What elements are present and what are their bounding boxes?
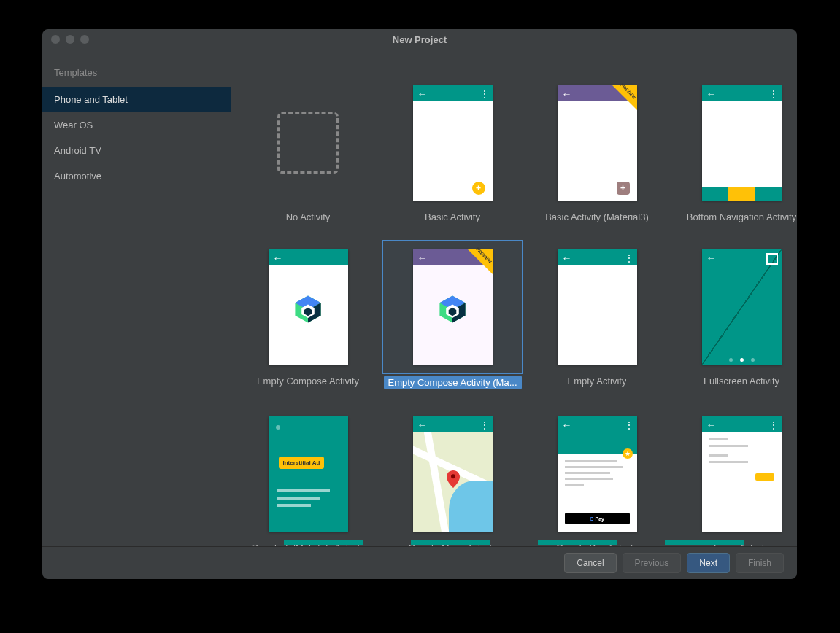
overflow-menu-icon: ⋮ [479, 419, 488, 431]
template-basic-activity-m3[interactable]: ← ⋮ PREVIEW + Basic Activity (Material3) [526, 76, 668, 222]
fab-add-icon: + [472, 182, 485, 195]
titlebar: New Project [42, 29, 797, 50]
template-admob[interactable]: Interstitial Ad Google AdMob Ads Activit… [237, 407, 379, 546]
new-project-dialog: New Project Templates Phone and Tablet W… [42, 29, 797, 579]
previous-button: Previous [623, 553, 682, 573]
template-empty-compose-m3[interactable]: ← PREVIEW Empty Compose Activity (Ma... [382, 240, 523, 389]
back-arrow-icon: ← [706, 252, 717, 264]
back-arrow-icon: ← [706, 88, 717, 100]
back-arrow-icon: ← [562, 88, 572, 100]
sidebar: Templates Phone and Tablet Wear OS Andro… [42, 50, 231, 546]
template-label: Bottom Navigation Activity [687, 211, 796, 222]
dialog-footer: Cancel Previous Next Finish [42, 546, 797, 579]
template-label: Empty Compose Activity (Ma... [384, 376, 522, 389]
template-label: Basic Activity (Material3) [545, 211, 649, 222]
map-pin-icon [447, 470, 460, 488]
template-empty-compose[interactable]: ← Empty Compose Activity [237, 240, 379, 389]
back-arrow-icon: ← [417, 419, 428, 431]
cancel-button[interactable]: Cancel [564, 553, 616, 573]
template-bottom-navigation[interactable]: ← ⋮ Bottom Navigation Activity [671, 76, 797, 222]
finish-button: Finish [736, 553, 784, 573]
dashed-placeholder-icon [277, 112, 339, 174]
svg-point-10 [451, 474, 455, 478]
overflow-menu-icon: ⋮ [768, 88, 777, 100]
overflow-menu-icon: ⋮ [624, 419, 633, 431]
sidebar-item-automotive[interactable]: Automotive [42, 163, 231, 189]
pager-dots-icon [702, 358, 782, 362]
sidebar-header: Templates [42, 61, 231, 87]
back-arrow-icon: ← [562, 252, 572, 264]
jetpack-compose-icon [292, 293, 324, 325]
back-arrow-icon: ← [706, 419, 717, 431]
star-icon: ★ [623, 448, 633, 459]
window-title: New Project [42, 34, 797, 45]
fab-add-icon: + [617, 182, 630, 195]
next-button[interactable]: Next [687, 553, 730, 573]
overflow-menu-icon: ⋮ [768, 419, 777, 431]
template-login[interactable]: ← ⋮ Login Activity [671, 407, 797, 546]
login-submit-icon [755, 473, 774, 481]
template-label: No Activity [286, 211, 331, 222]
sidebar-item-wear-os[interactable]: Wear OS [42, 112, 231, 138]
jetpack-compose-icon [436, 293, 469, 325]
overflow-menu-icon: ⋮ [479, 88, 488, 100]
back-arrow-icon: ← [562, 419, 572, 431]
template-basic-activity[interactable]: ← ⋮ + Basic Activity [382, 76, 523, 222]
template-google-maps[interactable]: ← ⋮ Google Maps Activity [382, 407, 523, 546]
template-label: Fullscreen Activity [704, 376, 779, 387]
partial-next-row [231, 540, 797, 545]
template-label: Basic Activity [425, 211, 480, 222]
template-label: Empty Activity [568, 376, 627, 387]
gpay-button-icon: G G PayPay [565, 513, 630, 524]
sidebar-item-phone-tablet[interactable]: Phone and Tablet [42, 87, 231, 112]
interstitial-ad-chip: Interstitial Ad [279, 457, 325, 469]
back-arrow-icon: ← [417, 252, 428, 264]
back-arrow-icon: ← [417, 88, 428, 100]
sidebar-item-android-tv[interactable]: Android TV [42, 138, 231, 163]
template-label: Empty Compose Activity [257, 376, 359, 387]
template-fullscreen[interactable]: ← Fullscreen Activity [671, 240, 797, 389]
fullscreen-icon [766, 253, 778, 265]
template-google-pay[interactable]: ← ⋮ ★ G G PayPay Google Pay Activity [526, 407, 668, 546]
back-arrow-icon: ← [273, 252, 283, 264]
overflow-menu-icon: ⋮ [624, 252, 633, 264]
template-empty-activity[interactable]: ← ⋮ Empty Activity [526, 240, 668, 389]
template-gallery: No Activity ← ⋮ + Basic Activity [231, 50, 797, 546]
template-no-activity[interactable]: No Activity [237, 76, 379, 222]
